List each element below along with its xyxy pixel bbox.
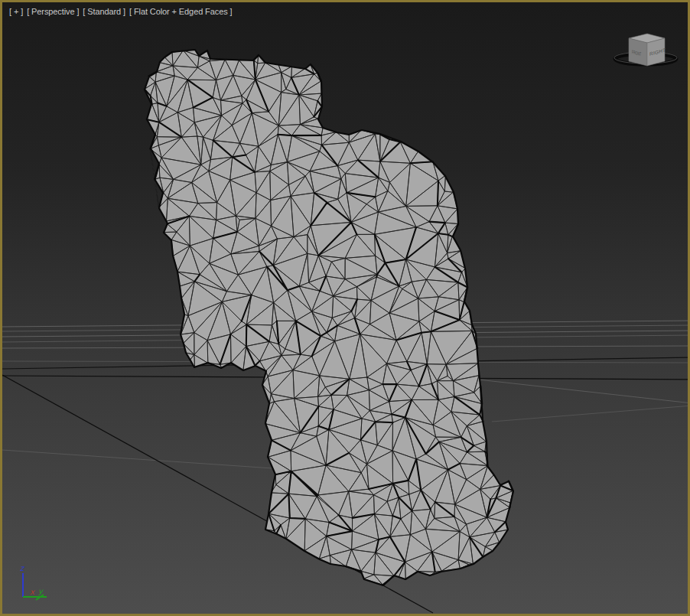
axis-x-label: x: [30, 588, 35, 596]
axis-tripod: zxy: [20, 564, 47, 600]
viewport-menu-preset[interactable]: [ Standard ]: [83, 7, 125, 16]
viewcube[interactable]: RIGHTFRONT: [614, 34, 677, 66]
viewport-menu-view[interactable]: [ Perspective ]: [27, 7, 79, 16]
viewport-menu-plus[interactable]: [ + ]: [9, 7, 23, 16]
viewport-label-bar: [ + ][ Perspective ][ Standard ][ Flat C…: [9, 7, 236, 16]
rock-mesh-object[interactable]: [145, 50, 513, 585]
scene-canvas[interactable]: RIGHTFRONTzxy: [2, 2, 688, 614]
viewport-menu-shading[interactable]: [ Flat Color + Edged Faces ]: [129, 7, 232, 16]
axis-z-label: z: [20, 564, 25, 572]
perspective-viewport[interactable]: [ + ][ Perspective ][ Standard ][ Flat C…: [0, 0, 690, 616]
